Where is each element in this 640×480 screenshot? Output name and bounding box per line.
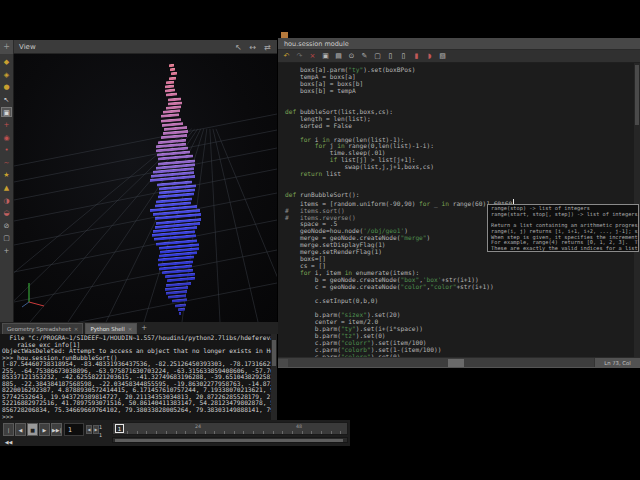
search-icon[interactable]: ⊙ bbox=[347, 51, 356, 61]
timeline-tick bbox=[166, 431, 167, 434]
cut-icon[interactable]: × bbox=[308, 51, 317, 61]
viewport-tab-view[interactable]: View bbox=[19, 43, 36, 51]
playhead[interactable]: 1 bbox=[115, 424, 124, 433]
box-tool-icon[interactable]: ▢ bbox=[1, 233, 12, 243]
star-tool-icon[interactable]: ★ bbox=[1, 170, 12, 180]
autocomplete-tooltip: range(stop) -> list of integersrange(sta… bbox=[487, 204, 639, 252]
sorted-box bbox=[165, 85, 174, 88]
quarter-circle-icon[interactable]: ◑ bbox=[1, 196, 12, 206]
shell-scrollbar[interactable] bbox=[271, 334, 277, 420]
select-arrow-icon[interactable]: ↖ bbox=[1, 95, 12, 105]
timeline-tick bbox=[224, 431, 225, 434]
code-line: c = geoNode.createNode("color","color"+s… bbox=[285, 284, 634, 291]
code-line bbox=[285, 178, 634, 185]
shell-line: 856728206834, 75.34669669764102, 79.3803… bbox=[2, 407, 271, 414]
tab-label: Geometry Spreadsheet bbox=[7, 326, 71, 332]
pane-menu-icon[interactable]: + bbox=[0, 40, 14, 54]
apply-icon[interactable]: ▧ bbox=[438, 51, 447, 61]
pose-tool-icon[interactable]: ◉ bbox=[1, 133, 12, 143]
edit-icon[interactable]: ✎ bbox=[360, 51, 369, 61]
slash-circle-icon[interactable]: ⊘ bbox=[1, 221, 12, 231]
close-icon[interactable]: × bbox=[128, 326, 133, 332]
code-line: def runBubbleSort(): bbox=[285, 192, 634, 199]
viewport-header: + View ↖↔⇄ bbox=[0, 40, 277, 54]
rotate-tool-icon[interactable]: ◈ bbox=[1, 70, 12, 80]
annotation-icon[interactable]: ▮ bbox=[412, 51, 421, 61]
timeline-tick bbox=[321, 431, 322, 434]
timeline-tick bbox=[302, 431, 303, 434]
first-frame-button[interactable]: |◀◀ bbox=[3, 423, 14, 436]
tab-geometry-spreadsheet[interactable]: Geometry Spreadsheet × bbox=[2, 323, 83, 334]
sorted-box bbox=[170, 68, 175, 71]
range-start-field[interactable]: 1 bbox=[99, 424, 111, 430]
stop-button[interactable]: ■ bbox=[27, 423, 38, 436]
timeline-tick bbox=[263, 431, 264, 434]
sorted-box bbox=[166, 80, 174, 83]
timeline-tick bbox=[195, 431, 196, 434]
sorted-box bbox=[161, 114, 179, 118]
timeline-tick bbox=[156, 431, 157, 434]
block-icon[interactable]: ▢ bbox=[373, 51, 382, 61]
timeline-tick bbox=[146, 431, 147, 434]
step-back-button[interactable]: ◀ bbox=[86, 425, 92, 434]
sorted-box bbox=[179, 312, 181, 315]
playbar: |◀◀◀■▶▶▶| 1 ◀ ▶ 1 1 1 2448 bbox=[0, 420, 350, 446]
current-frame-field[interactable]: 1 bbox=[64, 423, 84, 436]
viewport-toolbar: ◆◈●↖▣+◉•~★▲◑◒⊘▢+ bbox=[0, 54, 14, 322]
undo-icon[interactable]: ↶ bbox=[282, 51, 291, 61]
timeline-tick bbox=[253, 431, 254, 434]
close-icon[interactable]: × bbox=[74, 326, 79, 332]
timeline-tick bbox=[185, 431, 186, 434]
timeline-tick-label: 48 bbox=[296, 424, 302, 429]
timeline-tick bbox=[243, 431, 244, 434]
range-end-field[interactable]: 1 bbox=[99, 432, 111, 438]
file-icon[interactable]: ▯ bbox=[386, 51, 395, 61]
houdini-window: + View ↖↔⇄ ◆◈●↖▣+◉•~★▲◑◒⊘▢+ Geometry Spr… bbox=[0, 0, 640, 480]
snap-dot-icon[interactable]: • bbox=[1, 145, 12, 155]
file-icon[interactable]: ▯ bbox=[399, 51, 408, 61]
chat-icon[interactable]: ◗ bbox=[425, 51, 434, 61]
sorted-box bbox=[171, 72, 177, 75]
half-circle-icon[interactable]: ◒ bbox=[1, 208, 12, 218]
add-tab-button[interactable]: + bbox=[139, 323, 149, 334]
sorted-box bbox=[178, 307, 185, 310]
timeline-tick bbox=[273, 431, 274, 434]
editor-hscrollbar[interactable]: Ln 73, Col bbox=[278, 357, 640, 367]
axis-gizmo bbox=[20, 278, 48, 308]
plus-tool-icon[interactable]: + bbox=[1, 246, 12, 256]
play-reverse-button[interactable]: ◀ bbox=[15, 423, 26, 436]
code-line: return list bbox=[285, 171, 634, 178]
timeline-tick bbox=[137, 431, 138, 434]
hscroll-left-arrow[interactable] bbox=[278, 359, 288, 367]
pan-cursor-icon[interactable]: ↔ bbox=[250, 43, 257, 52]
redo-icon[interactable]: ↷ bbox=[295, 51, 304, 61]
code-line: sorted = False bbox=[285, 123, 634, 130]
paste-icon[interactable]: ▤ bbox=[334, 51, 343, 61]
scale-tool-icon[interactable]: ● bbox=[1, 82, 12, 92]
timeline-tick bbox=[127, 431, 128, 434]
curve-tool-icon[interactable]: ~ bbox=[1, 158, 12, 168]
move-tool-icon[interactable]: ◆ bbox=[1, 57, 12, 67]
handles-tool-icon[interactable]: + bbox=[1, 120, 12, 130]
hscroll-thumb[interactable] bbox=[448, 359, 464, 367]
triangle-tool-icon[interactable]: ▲ bbox=[1, 183, 12, 193]
timeline-tick bbox=[214, 431, 215, 434]
timeline-tick bbox=[331, 431, 332, 434]
secure-selection-icon[interactable]: ▣ bbox=[1, 107, 12, 117]
swap-view-icon[interactable]: ⇄ bbox=[264, 43, 271, 52]
pane-tab-bar: Geometry Spreadsheet × Python Shell × + bbox=[0, 322, 278, 334]
copy-icon[interactable]: ▣ bbox=[321, 51, 330, 61]
tab-python-shell[interactable]: Python Shell × bbox=[85, 323, 137, 334]
timeline-tick bbox=[176, 431, 177, 434]
viewport-canvas[interactable] bbox=[14, 54, 277, 322]
timeline-ruler[interactable]: 1 2448 bbox=[112, 422, 348, 435]
code-line: boxs[b] = tempA bbox=[285, 88, 634, 95]
last-frame-button[interactable]: ▶▶| bbox=[51, 423, 62, 436]
tooltip-line: range(start, stop[, step]) -> list of in… bbox=[491, 212, 638, 218]
play-button[interactable]: ▶ bbox=[39, 423, 50, 436]
tab-label: Python Shell bbox=[90, 326, 124, 332]
range-slider[interactable] bbox=[112, 437, 348, 443]
select-cursor-icon[interactable]: ↖ bbox=[235, 43, 242, 52]
editor-title-bar: hou.session module bbox=[278, 38, 640, 50]
python-shell-output[interactable]: File "C:/PROGRA~1/SIDEEF~1/HOUDIN~1.557/… bbox=[0, 334, 271, 420]
